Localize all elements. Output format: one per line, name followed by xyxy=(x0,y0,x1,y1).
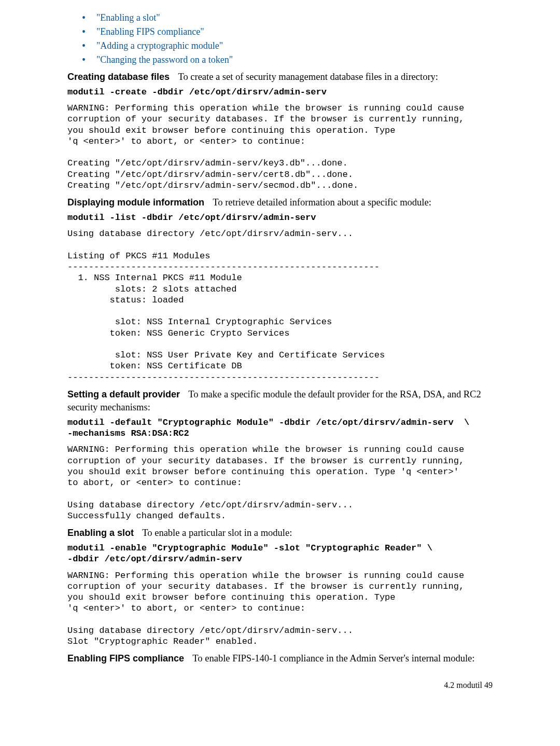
toc-link[interactable]: "Changing the password on a token" xyxy=(96,54,493,65)
section-intro-text: To retrieve detailed information about a… xyxy=(213,197,431,208)
section-enabling-fips-compliance: Enabling FIPS compliance To enable FIPS-… xyxy=(67,652,493,665)
toc-list: "Enabling a slot" "Enabling FIPS complia… xyxy=(67,12,493,65)
section-heading: Setting a default provider xyxy=(67,389,180,399)
code-command: modutil -create -dbdir /etc/opt/dirsrv/a… xyxy=(67,87,493,98)
page-footer: 4.2 modutil 49 xyxy=(67,681,493,690)
toc-link-text: "Changing the password on a token" xyxy=(96,54,233,65)
code-output: Using database directory /etc/opt/dirsrv… xyxy=(67,228,493,383)
section-creating-database-files: Creating database files To create a set … xyxy=(67,71,493,84)
toc-link-text: "Enabling a slot" xyxy=(96,12,160,23)
code-output: WARNING: Performing this operation while… xyxy=(67,570,493,647)
code-command: modutil -list -dbdir /etc/opt/dirsrv/adm… xyxy=(67,212,493,223)
code-command: modutil -enable "Cryptographic Module" -… xyxy=(67,543,493,565)
section-intro-text: To create a set of security management d… xyxy=(178,72,438,82)
code-output: WARNING: Performing this operation while… xyxy=(67,444,493,521)
toc-link-text: "Enabling FIPS compliance" xyxy=(96,26,204,37)
section-setting-default-provider: Setting a default provider To make a spe… xyxy=(67,388,493,414)
code-output: WARNING: Performing this operation while… xyxy=(67,103,493,191)
section-enabling-slot: Enabling a slot To enable a particular s… xyxy=(67,527,493,540)
section-intro-text: To enable FIPS-140-1 compliance in the A… xyxy=(192,653,474,664)
section-displaying-module-information: Displaying module information To retriev… xyxy=(67,196,493,209)
section-intro-text: To enable a particular slot in a module: xyxy=(142,528,292,538)
section-heading: Enabling FIPS compliance xyxy=(67,653,184,664)
toc-link[interactable]: "Enabling FIPS compliance" xyxy=(96,26,493,37)
page-content: "Enabling a slot" "Enabling FIPS complia… xyxy=(0,0,560,702)
section-heading: Creating database files xyxy=(67,72,170,82)
code-command: modutil -default "Cryptographic Module" … xyxy=(67,417,493,439)
section-heading: Displaying module information xyxy=(67,197,204,208)
toc-link[interactable]: "Adding a cryptographic module" xyxy=(96,40,493,51)
footer-text: 4.2 modutil 49 xyxy=(444,681,493,689)
section-heading: Enabling a slot xyxy=(67,528,134,538)
toc-link-text: "Adding a cryptographic module" xyxy=(96,40,223,51)
toc-link[interactable]: "Enabling a slot" xyxy=(96,12,493,23)
